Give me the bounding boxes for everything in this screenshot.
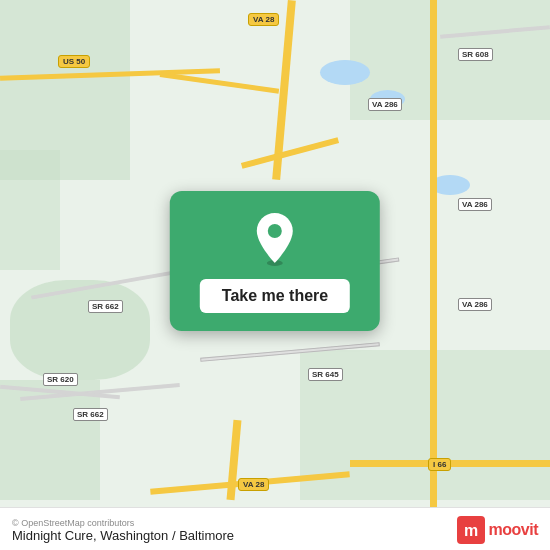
moovit-logo: m moovit [457,516,538,544]
moovit-text: moovit [489,521,538,539]
label-sr608: SR 608 [458,48,493,61]
map-attribution: © OpenStreetMap contributors [12,518,234,528]
label-sr662-2: SR 662 [73,408,108,421]
popup-card: Take me there [170,191,380,331]
location-name: Midnight Cure, Washington / Baltimore [12,528,234,543]
label-va28-bottom: VA 28 [238,478,269,491]
svg-text:m: m [463,522,477,539]
label-sr645-2: SR 645 [308,368,343,381]
label-i66: I 66 [428,458,451,471]
park-area [0,150,60,270]
label-va286-3: VA 286 [458,298,492,311]
label-va286-2: VA 286 [458,198,492,211]
bottom-left-info: © OpenStreetMap contributors Midnight Cu… [12,518,234,543]
label-sr662-1: SR 662 [88,300,123,313]
label-va28-top: VA 28 [248,13,279,26]
water-body [320,60,370,85]
map-pin-icon [251,211,299,267]
label-va286-1: VA 286 [368,98,402,111]
bottom-bar: © OpenStreetMap contributors Midnight Cu… [0,507,550,550]
label-us50: US 50 [58,55,90,68]
svg-point-1 [268,224,282,238]
map-container: US 50 VA 28 VA 286 VA 286 VA 286 SR 608 … [0,0,550,550]
moovit-icon: m [457,516,485,544]
label-sr620: SR 620 [43,373,78,386]
take-me-there-button[interactable]: Take me there [200,279,350,313]
